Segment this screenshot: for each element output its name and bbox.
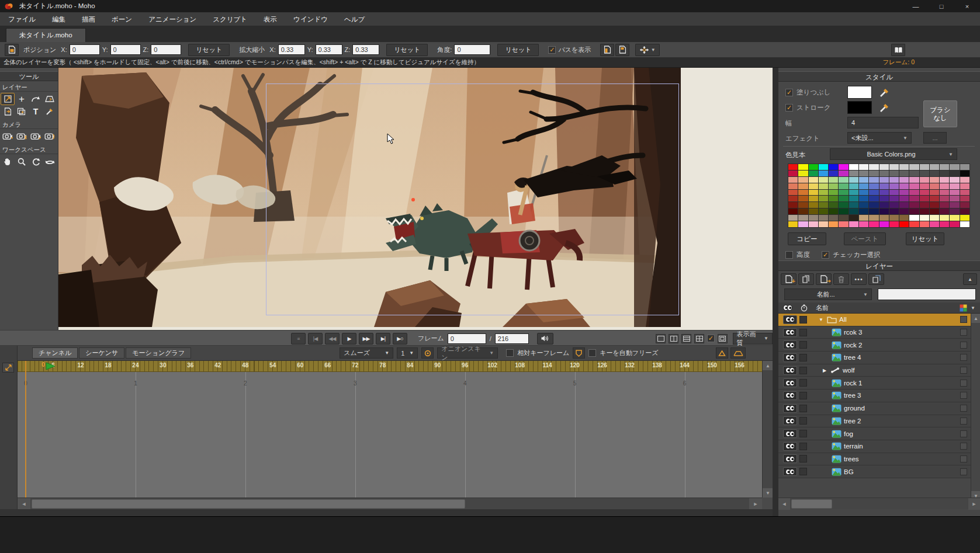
timeline-vscrollbar[interactable]: ▲ ▼: [762, 361, 773, 498]
palette-swatch[interactable]: [849, 221, 858, 227]
palette-swatch[interactable]: [940, 202, 949, 208]
curvature-tool[interactable]: [29, 93, 43, 105]
palette-swatch[interactable]: [950, 171, 959, 176]
eyedropper-tool[interactable]: [43, 105, 57, 117]
play-button[interactable]: ▶: [342, 333, 356, 345]
palette-swatch[interactable]: [940, 183, 949, 189]
shear-tool[interactable]: [43, 93, 57, 105]
visibility-toggle[interactable]: [783, 391, 797, 400]
palette-swatch[interactable]: [788, 183, 798, 189]
position-z-input[interactable]: [151, 44, 181, 55]
palette-swatch[interactable]: [849, 171, 858, 176]
palette-swatch[interactable]: [909, 215, 919, 221]
palette-swatch[interactable]: [930, 183, 939, 189]
palette-swatch[interactable]: [940, 208, 949, 214]
playhead-line[interactable]: [25, 361, 26, 498]
palette-swatch[interactable]: [819, 208, 828, 214]
add-keyframe-button[interactable]: [716, 347, 728, 359]
palette-swatch[interactable]: [930, 190, 939, 196]
layer-select-checkbox[interactable]: [960, 418, 967, 425]
palette-swatch[interactable]: [869, 215, 878, 221]
palette-swatch[interactable]: [899, 215, 909, 221]
pan-tool[interactable]: [1, 155, 15, 168]
animation-checkbox[interactable]: [799, 405, 807, 412]
stroke-color-swatch[interactable]: [847, 101, 872, 114]
palette-swatch[interactable]: [849, 202, 858, 208]
visibility-toggle[interactable]: [783, 340, 797, 349]
palette-swatch[interactable]: [859, 190, 868, 196]
scale-z-input[interactable]: [352, 44, 379, 55]
layer-select-checkbox[interactable]: [960, 367, 967, 374]
palette-swatch[interactable]: [819, 196, 828, 201]
scroll-left-arrow[interactable]: ◄: [18, 498, 30, 510]
palette-swatch[interactable]: [889, 208, 899, 214]
visibility-toggle[interactable]: [783, 315, 797, 324]
visibility-toggle[interactable]: [783, 429, 797, 438]
timeline-tab-チャンネル[interactable]: チャンネル: [32, 347, 78, 359]
palette-swatch[interactable]: [889, 196, 899, 201]
palette-swatch[interactable]: [788, 177, 798, 183]
palette-swatch[interactable]: [899, 190, 909, 196]
palette-swatch[interactable]: [859, 221, 868, 227]
play-range-button[interactable]: ▶○: [393, 333, 407, 345]
palette-swatch[interactable]: [889, 183, 899, 189]
palette-swatch[interactable]: [920, 202, 929, 208]
palette-swatch[interactable]: [839, 208, 848, 214]
palette-swatch[interactable]: [899, 196, 909, 201]
palette-swatch[interactable]: [930, 221, 939, 227]
palette-swatch[interactable]: [930, 196, 939, 201]
palette-swatch[interactable]: [859, 215, 868, 221]
palette-swatch[interactable]: [909, 196, 919, 201]
animation-checkbox[interactable]: [799, 430, 807, 437]
palette-swatch[interactable]: [849, 164, 858, 170]
visibility-toggle[interactable]: [783, 442, 797, 451]
layer-select-checkbox[interactable]: [960, 455, 967, 462]
style-paste-button[interactable]: ペースト: [844, 232, 886, 245]
palette-swatch[interactable]: [819, 183, 828, 189]
palette-swatch[interactable]: [960, 190, 969, 196]
scroll-thumb[interactable]: [791, 499, 832, 509]
angle-reset-button[interactable]: リセット: [497, 44, 539, 56]
palette-swatch[interactable]: [809, 171, 818, 176]
layer-row-tree-2[interactable]: tree 2: [778, 415, 971, 428]
layer-filter-dropdown[interactable]: 名前...▼: [784, 288, 872, 300]
checker-select-checkbox[interactable]: ✓: [822, 251, 829, 259]
layer-row-rock-2[interactable]: rock 2: [778, 339, 971, 352]
palette-swatch[interactable]: [889, 221, 899, 227]
layers-hscrollbar[interactable]: ◄ ►: [778, 498, 980, 509]
palette-swatch[interactable]: [839, 196, 848, 201]
palette-swatch[interactable]: [940, 215, 949, 221]
selection-bounds[interactable]: [266, 84, 679, 315]
palette-swatch[interactable]: [829, 215, 838, 221]
menu-item-8[interactable]: ヘルプ: [336, 12, 373, 26]
layer-select-checkbox[interactable]: [960, 430, 967, 437]
palette-swatch[interactable]: [809, 196, 818, 201]
palette-swatch[interactable]: [909, 177, 919, 183]
palette-swatch[interactable]: [960, 221, 969, 227]
animation-checkbox[interactable]: [799, 354, 807, 361]
flip-horizontal-button[interactable]: [600, 44, 614, 56]
palette-swatch[interactable]: [849, 196, 858, 201]
palette-swatch[interactable]: [859, 196, 868, 201]
palette-swatch[interactable]: [798, 190, 808, 196]
palette-swatch[interactable]: [788, 202, 798, 208]
palette-swatch[interactable]: [819, 215, 828, 221]
style-copy-button[interactable]: コピー: [788, 232, 826, 245]
palette-swatch[interactable]: [849, 190, 858, 196]
palette-swatch[interactable]: [869, 183, 878, 189]
animation-checkbox[interactable]: [799, 379, 807, 387]
layer-row-rcok-3[interactable]: rcok 3: [778, 326, 971, 339]
palette-swatch[interactable]: [960, 202, 969, 208]
palette-swatch[interactable]: [869, 177, 878, 183]
scale-y-input[interactable]: [316, 44, 342, 55]
step-back-button[interactable]: ◀◀: [325, 333, 340, 345]
palette-swatch[interactable]: [839, 190, 848, 196]
palette-swatch[interactable]: [930, 177, 939, 183]
reference-book-button[interactable]: [891, 44, 905, 56]
interp-count-dropdown[interactable]: 1▼: [397, 347, 418, 359]
palette-swatch[interactable]: [819, 221, 828, 227]
layer-select-checkbox[interactable]: [960, 405, 967, 412]
angle-input[interactable]: [454, 44, 490, 55]
keyframe-shield-button[interactable]: [573, 347, 585, 359]
palette-swatch[interactable]: [839, 164, 848, 170]
